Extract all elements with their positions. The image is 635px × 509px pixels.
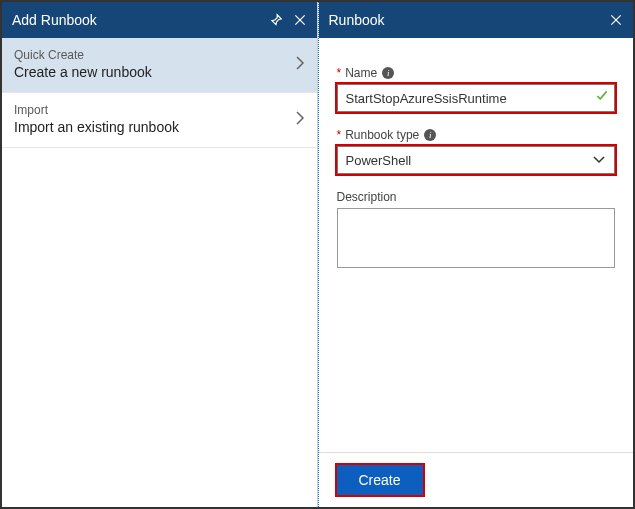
close-icon[interactable]: [293, 13, 307, 27]
type-label: Runbook type: [345, 128, 419, 142]
option-subtitle: Import an existing runbook: [14, 119, 295, 135]
option-import[interactable]: Import Import an existing runbook: [2, 93, 317, 148]
chevron-right-icon: [295, 55, 305, 74]
description-label: Description: [337, 190, 397, 204]
type-label-row: * Runbook type i: [337, 128, 616, 142]
left-pane-title: Add Runbook: [12, 12, 259, 28]
required-asterisk: *: [337, 128, 342, 142]
create-button[interactable]: Create: [337, 465, 423, 495]
name-label: Name: [345, 66, 377, 80]
runbook-type-select[interactable]: PowerShell: [337, 146, 616, 174]
option-title: Quick Create: [14, 48, 295, 62]
name-input[interactable]: [337, 84, 616, 112]
pin-icon[interactable]: [269, 13, 283, 27]
description-textarea[interactable]: [337, 208, 616, 268]
description-label-row: Description: [337, 190, 616, 204]
chevron-down-icon: [592, 153, 606, 168]
option-quick-create[interactable]: Quick Create Create a new runbook: [2, 38, 317, 93]
right-pane-title: Runbook: [329, 12, 600, 28]
info-icon[interactable]: i: [424, 129, 436, 141]
valid-check-icon: [595, 89, 609, 106]
option-title: Import: [14, 103, 295, 117]
info-icon[interactable]: i: [382, 67, 394, 79]
right-pane-header: Runbook: [319, 2, 634, 38]
required-asterisk: *: [337, 66, 342, 80]
left-pane-header: Add Runbook: [2, 2, 317, 38]
option-subtitle: Create a new runbook: [14, 64, 295, 80]
close-icon[interactable]: [609, 13, 623, 27]
chevron-right-icon: [295, 110, 305, 129]
name-label-row: * Name i: [337, 66, 616, 80]
select-value: PowerShell: [346, 153, 412, 168]
